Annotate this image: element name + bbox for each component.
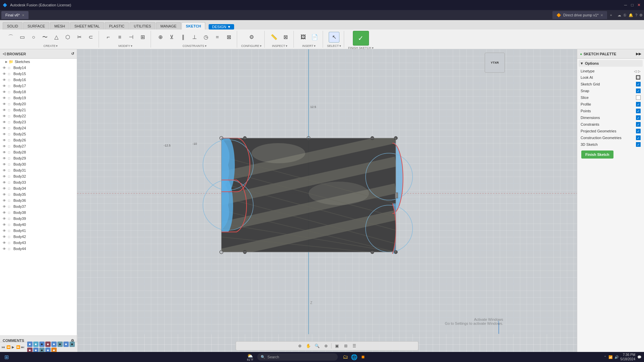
arc-tool[interactable]: ⌒ xyxy=(5,32,16,43)
grid-settings-button[interactable]: ⊞ xyxy=(342,342,350,350)
triangle-tool[interactable]: △ xyxy=(51,32,62,43)
go-to-end-button[interactable]: ⏭ xyxy=(21,344,25,351)
visibility-icon[interactable]: 👁 xyxy=(3,163,7,166)
orbit-button[interactable]: ⊕ xyxy=(296,342,304,350)
timeline-item-8[interactable]: ■ xyxy=(69,342,75,347)
volume-icon[interactable]: 🔊 xyxy=(614,355,619,359)
body30-item[interactable]: 👁 □ Body30 xyxy=(0,161,77,167)
inspect-label[interactable]: INSPECT▾ xyxy=(272,44,287,48)
body28-item[interactable]: 👁 □ Body28 xyxy=(0,149,77,155)
insert-canvas-tool[interactable]: 📄 xyxy=(309,32,320,43)
finish-sketch-palette-button[interactable]: Finish Sketch xyxy=(581,150,613,159)
body42-item[interactable]: 👁 □ Body42 xyxy=(0,234,77,240)
chevron-up-icon[interactable]: ⌃ xyxy=(604,355,606,359)
sketch-grid-checkbox[interactable]: ✓ xyxy=(636,82,641,86)
visibility-icon[interactable]: 👁 xyxy=(3,199,7,202)
body44-item[interactable]: 👁 □ Body44 xyxy=(0,246,77,252)
visibility-icon[interactable]: 👁 xyxy=(3,66,7,70)
configure-label[interactable]: CONFIGURE▾ xyxy=(241,44,262,48)
coincident-tool[interactable]: ⊕ xyxy=(155,32,166,43)
trim-tool[interactable]: ✂ xyxy=(74,32,85,43)
collinear-tool[interactable]: ⊻ xyxy=(166,32,177,43)
visibility-icon[interactable]: 👁 xyxy=(3,193,7,196)
create-label[interactable]: CREATE▾ xyxy=(44,44,58,48)
visibility-icon[interactable]: 👁 xyxy=(3,223,7,227)
toolbar-tab-utilities[interactable]: UTILITIES xyxy=(129,22,155,29)
circle-tool[interactable]: ○ xyxy=(28,32,39,43)
maximize-button[interactable]: □ xyxy=(630,3,635,7)
new-tab-button[interactable]: + xyxy=(608,13,614,17)
browser-refresh-icon[interactable]: ↺ xyxy=(71,52,74,56)
fillet-tool[interactable]: ⌐ xyxy=(103,32,114,43)
body41-item[interactable]: 👁 □ Body41 xyxy=(0,228,77,234)
body26-item[interactable]: 👁 □ Body26 xyxy=(0,137,77,143)
modify-label[interactable]: MODIFY▾ xyxy=(118,44,132,48)
constraints-checkbox[interactable]: ✓ xyxy=(636,122,641,127)
fix-tool[interactable]: ⊠ xyxy=(223,32,234,43)
tab-close-icon[interactable]: ✕ xyxy=(22,13,24,17)
tab-close-pump-icon[interactable]: ✕ xyxy=(600,13,603,17)
body40-item[interactable]: 👁 □ Body40 xyxy=(0,222,77,228)
minimize-button[interactable]: ─ xyxy=(623,3,628,7)
visibility-icon[interactable]: 👁 xyxy=(3,120,7,124)
visibility-icon[interactable]: 👁 xyxy=(3,235,7,239)
visibility-icon[interactable]: 👁 xyxy=(3,181,7,184)
body14-item[interactable]: 👁 □ Body14 xyxy=(0,65,77,71)
select-label[interactable]: SELECT▾ xyxy=(327,44,341,48)
insert-image-tool[interactable]: 🖼 xyxy=(298,32,309,43)
body29-item[interactable]: 👁 □ Body29 xyxy=(0,155,77,161)
visibility-icon[interactable]: 👁 xyxy=(3,241,7,245)
body32-item[interactable]: 👁 □ Body32 xyxy=(0,173,77,179)
body16-item[interactable]: 👁 □ Body16 xyxy=(0,77,77,83)
visibility-icon[interactable]: 👁 xyxy=(3,72,7,76)
body25-item[interactable]: 👁 □ Body25 xyxy=(0,131,77,137)
palette-options-section[interactable]: ▼ Options xyxy=(579,60,643,67)
visibility-icon[interactable]: 👁 xyxy=(3,211,7,215)
body39-item[interactable]: 👁 □ Body39 xyxy=(0,216,77,222)
visibility-icon[interactable]: 👁 xyxy=(3,78,7,82)
constraints-label[interactable]: CONSTRAINTS▾ xyxy=(182,44,207,48)
pattern-tool[interactable]: ⊞ xyxy=(137,32,148,43)
slice-checkbox[interactable] xyxy=(636,95,641,100)
visibility-icon[interactable]: 👁 xyxy=(3,217,7,221)
offset-modify-tool[interactable]: ≡ xyxy=(114,32,125,43)
visibility-icon[interactable]: 👁 xyxy=(3,169,7,172)
interference-tool[interactable]: ⊠ xyxy=(280,32,291,43)
look-at-button[interactable]: 🔲 xyxy=(636,75,641,80)
toolbar-tab-manage[interactable]: MANAGE xyxy=(156,22,181,29)
pan-button[interactable]: ✋ xyxy=(305,342,313,350)
body22-item[interactable]: 👁 □ Body22 xyxy=(0,113,77,119)
timeline-item-5[interactable]: ■ xyxy=(51,342,57,347)
body37-item[interactable]: 👁 □ Body37 xyxy=(0,203,77,209)
collapse-icon[interactable]: ◁ xyxy=(3,52,5,56)
visibility-icon[interactable]: 👁 xyxy=(3,90,7,94)
go-to-start-button[interactable]: ⏮ xyxy=(1,344,6,351)
timeline-item-3[interactable]: ■ xyxy=(39,342,45,347)
zoom-fit-button[interactable]: 🔍 xyxy=(313,342,321,350)
toolbar-tab-surface[interactable]: SURFACE xyxy=(23,22,49,29)
body21-item[interactable]: 👁 □ Body21 xyxy=(0,107,77,113)
body27-item[interactable]: 👁 □ Body27 xyxy=(0,143,77,149)
body-sketches-item[interactable]: ▶ 📁 Sketches xyxy=(0,59,77,65)
toolbar-tab-plastic[interactable]: PLASTIC xyxy=(105,22,129,29)
visibility-icon[interactable]: 👁 xyxy=(3,126,7,130)
visibility-icon[interactable]: 👁 xyxy=(3,138,7,142)
rectangle-tool[interactable]: ▭ xyxy=(17,32,28,43)
zoom-in-button[interactable]: ⊕ xyxy=(322,342,330,350)
body34-item[interactable]: 👁 □ Body34 xyxy=(0,185,77,191)
taskbar-explorer-icon[interactable]: 🗂 xyxy=(342,353,349,361)
body36-item[interactable]: 👁 □ Body36 xyxy=(0,197,77,203)
timeline-item-1[interactable]: ■ xyxy=(27,342,33,347)
points-checkbox[interactable]: ✓ xyxy=(636,109,641,113)
visibility-icon[interactable]: 👁 xyxy=(3,150,7,154)
toolbar-tab-sketch[interactable]: SKETCH xyxy=(181,22,205,29)
visibility-icon[interactable]: 👁 xyxy=(3,205,7,208)
step-forward-button[interactable]: ⏩ xyxy=(16,344,20,351)
toolbar-tab-sheet-metal[interactable]: SHEET METAL xyxy=(70,22,104,29)
perpendicular-tool[interactable]: ⊥ xyxy=(189,32,200,43)
toolbar-tab-solid[interactable]: SOLID xyxy=(3,22,22,29)
body17-item[interactable]: 👁 □ Body17 xyxy=(0,83,77,89)
configure-tool[interactable]: ⚙ xyxy=(246,32,257,43)
weather-widget[interactable]: ⛅ 81°F xyxy=(247,353,253,361)
visibility-icon[interactable]: 👁 xyxy=(3,144,7,148)
